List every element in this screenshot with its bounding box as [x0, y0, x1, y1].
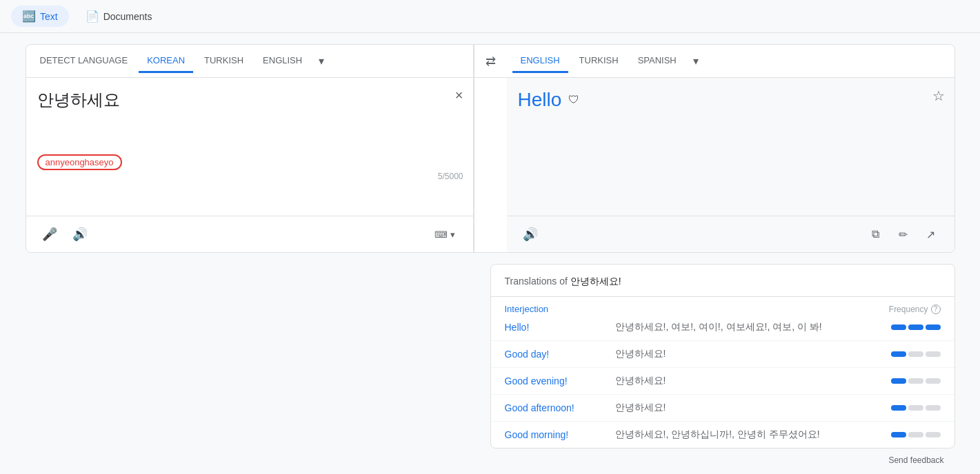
trans-english-0: Hello!: [505, 322, 615, 333]
detect-language-btn[interactable]: DETECT LANGUAGE: [32, 50, 137, 73]
romanization-text: annyeonghaseyo: [37, 154, 122, 170]
freq-dot-3-2: [926, 405, 941, 411]
trans-row-3: Good afternoon!안녕하세요!: [491, 395, 954, 422]
clear-button[interactable]: ×: [455, 87, 463, 103]
mic-button[interactable]: 🎤: [37, 222, 62, 247]
freq-dot-3-1: [908, 405, 923, 411]
text-icon: 🔤: [22, 10, 36, 23]
trans-row-1: Good day!안녕하세요!: [491, 341, 954, 368]
top-bar: 🔤 Text 📄 Documents: [0, 0, 980, 33]
trans-korean-1: 안녕하세요!: [615, 348, 880, 360]
documents-tab-label: Documents: [103, 11, 152, 22]
swap-languages-button[interactable]: ⇄: [480, 48, 501, 74]
target-more-langs-btn[interactable]: ▾: [688, 49, 704, 73]
source-english-btn[interactable]: ENGLISH: [254, 50, 310, 73]
target-spanish-btn[interactable]: SPANISH: [630, 50, 685, 73]
trans-korean-3: 안녕하세요!: [615, 402, 880, 414]
target-bottom-left: 🔊: [518, 222, 543, 247]
frequency-label: Frequency: [889, 305, 928, 314]
freq-dot-0-1: [908, 324, 923, 330]
edit-button[interactable]: ✏: [891, 222, 916, 247]
copy-button[interactable]: ⧉: [863, 222, 888, 247]
freq-bar-4: [891, 432, 941, 437]
freq-bar-2: [891, 378, 941, 384]
trans-english-2: Good evening!: [505, 375, 615, 387]
target-volume-button[interactable]: 🔊: [518, 222, 543, 247]
source-lang-bar: DETECT LANGUAGE KOREAN TURKISH ENGLISH ▾: [26, 45, 474, 78]
keyboard-button[interactable]: ⌨ ▾: [428, 225, 462, 244]
keyboard-dropdown-icon: ▾: [450, 229, 455, 240]
freq-dot-4-1: [908, 432, 923, 437]
translated-text: Hello 🛡: [518, 89, 943, 111]
trans-row-0: Hello!안녕하세요!, 여보!, 여이!, 여보세요!, 여보, 이 봐!: [491, 314, 954, 341]
translations-rows: Hello!안녕하세요!, 여보!, 여이!, 여보세요!, 여보, 이 봐!G…: [491, 314, 954, 448]
text-tab[interactable]: 🔤 Text: [11, 6, 69, 27]
source-more-langs-btn[interactable]: ▾: [313, 49, 330, 73]
source-turkish-btn[interactable]: TURKISH: [196, 50, 252, 73]
translations-title: Translations of 안녕하세요!: [491, 265, 954, 297]
lower-left-spacer: [26, 253, 490, 449]
freq-dot-1-2: [926, 351, 941, 357]
source-text-input[interactable]: 안녕하세요: [37, 89, 462, 147]
target-english-btn[interactable]: ENGLISH: [512, 50, 568, 73]
share-icon: ↗: [926, 228, 935, 241]
frequency-header: Frequency ?: [889, 305, 941, 314]
trans-row-2: Good evening!안녕하세요!: [491, 368, 954, 395]
freq-dot-4-0: [891, 432, 906, 437]
share-button[interactable]: ↗: [919, 222, 943, 247]
copy-icon: ⧉: [872, 228, 879, 240]
trans-english-4: Good morning!: [505, 429, 615, 440]
translations-header: Interjection Frequency ?: [491, 297, 954, 314]
trans-korean-0: 안녕하세요!, 여보!, 여이!, 여보세요!, 여보, 이 봐!: [615, 321, 880, 333]
main-container: DETECT LANGUAGE KOREAN TURKISH ENGLISH ▾…: [14, 44, 966, 471]
target-lang-bar: ENGLISH TURKISH SPANISH ▾: [507, 45, 954, 78]
freq-bar-1: [891, 351, 941, 357]
send-feedback-section: Send feedback: [26, 449, 955, 471]
freq-dot-1-1: [908, 351, 923, 357]
translations-title-word: 안녕하세요!: [570, 276, 621, 287]
text-tab-label: Text: [40, 11, 58, 22]
target-lang-section: ENGLISH TURKISH SPANISH ▾ Hello 🛡 ☆ 🔊: [507, 45, 954, 252]
swap-container: ⇄: [474, 45, 507, 78]
keyboard-icon: ⌨: [434, 229, 448, 240]
source-panel: 안녕하세요 × annyeonghaseyo 5/5000: [26, 78, 474, 216]
freq-dot-2-1: [908, 378, 923, 384]
freq-dot-1-0: [891, 351, 906, 357]
target-bottom-right: ⧉ ✏ ↗: [863, 222, 943, 247]
swap-icon: ⇄: [486, 54, 496, 69]
translations-title-prefix: Translations of: [505, 276, 570, 287]
target-panel: Hello 🛡 ☆: [507, 78, 954, 216]
translations-section: Translations of 안녕하세요! Interjection Freq…: [490, 264, 955, 449]
freq-bar-0: [891, 324, 941, 330]
freq-dot-0-0: [891, 324, 906, 330]
send-feedback-link[interactable]: Send feedback: [877, 450, 954, 471]
freq-bar-3: [891, 405, 941, 411]
trans-english-3: Good afternoon!: [505, 402, 615, 413]
freq-dot-0-2: [926, 324, 941, 330]
trans-korean-2: 안녕하세요!: [615, 375, 880, 387]
translator-box: DETECT LANGUAGE KOREAN TURKISH ENGLISH ▾…: [26, 44, 955, 253]
source-volume-icon: 🔊: [72, 227, 88, 242]
trans-korean-4: 안녕하세요!, 안녕하십니까!, 안녕히 주무셨어요!: [615, 429, 880, 441]
frequency-info-icon: ?: [931, 305, 941, 314]
freq-dot-3-0: [891, 405, 906, 411]
swap-section: ⇄: [474, 45, 507, 252]
freq-dot-2-2: [926, 378, 941, 384]
lower-section: Translations of 안녕하세요! Interjection Freq…: [26, 253, 955, 449]
mic-icon: 🎤: [42, 227, 57, 242]
target-turkish-btn[interactable]: TURKISH: [571, 50, 627, 73]
documents-tab[interactable]: 📄 Documents: [74, 6, 163, 27]
target-bottom-bar: 🔊 ⧉ ✏ ↗: [507, 216, 954, 252]
source-bottom-bar: 🎤 🔊 ⌨ ▾: [26, 216, 474, 252]
freq-dot-4-2: [926, 432, 941, 437]
source-volume-button[interactable]: 🔊: [68, 222, 92, 247]
freq-dot-2-0: [891, 378, 906, 384]
trans-row-4: Good morning!안녕하세요!, 안녕하십니까!, 안녕히 주무셨어요!: [491, 422, 954, 448]
edit-icon: ✏: [899, 228, 908, 241]
documents-icon: 📄: [86, 10, 99, 23]
star-button[interactable]: ☆: [932, 87, 945, 104]
category-label: Interjection: [505, 304, 549, 314]
shield-icon: 🛡: [568, 94, 579, 106]
source-korean-btn[interactable]: KOREAN: [139, 50, 193, 73]
source-lang-section: DETECT LANGUAGE KOREAN TURKISH ENGLISH ▾…: [26, 45, 474, 252]
